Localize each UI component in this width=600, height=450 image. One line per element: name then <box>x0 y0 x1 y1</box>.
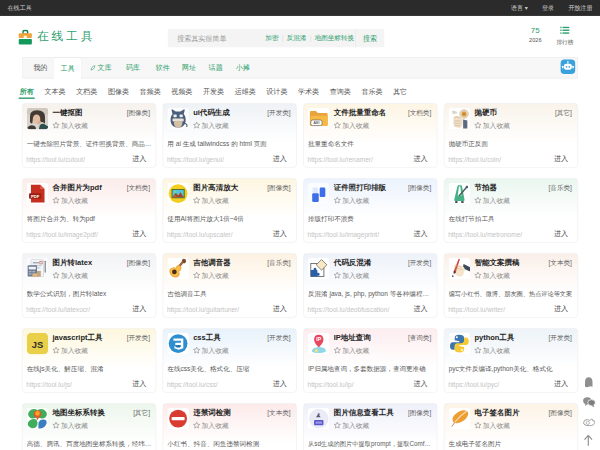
svg-text:JS: JS <box>32 340 43 350</box>
svg-text:PDF: PDF <box>31 194 40 199</box>
svg-text:IP: IP <box>316 336 321 342</box>
svg-text:ABI: ABI <box>313 121 319 125</box>
